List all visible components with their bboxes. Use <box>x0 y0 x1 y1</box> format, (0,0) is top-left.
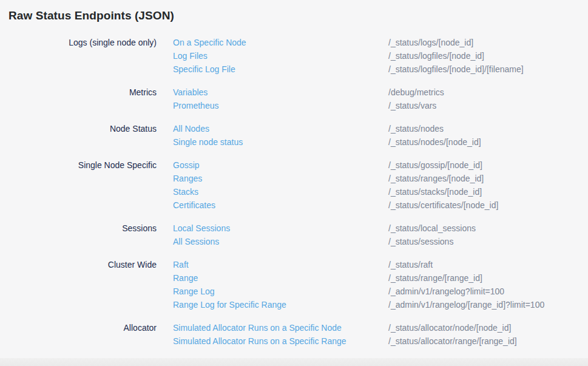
endpoint-path: /_status/vars <box>388 99 588 112</box>
endpoint-section: MetricsVariables/debug/metricsPrometheus… <box>0 86 588 112</box>
endpoint-row: On a Specific Node/_status/logs/[node_id… <box>173 36 588 49</box>
endpoint-row: Log Files/_status/logfiles/[node_id] <box>173 49 588 63</box>
section-rows: Local Sessions/_status/local_sessionsAll… <box>173 222 588 248</box>
endpoint-row: Stacks/_status/stacks/[node_id] <box>173 185 588 198</box>
endpoint-link[interactable]: Specific Log File <box>173 63 388 76</box>
endpoint-path: /_status/certificates/[node_id] <box>388 198 588 212</box>
endpoint-row: Range Log for Specific Range/_admin/v1/r… <box>173 298 588 311</box>
endpoint-row: Single node status/_status/nodes/[node_i… <box>173 135 588 149</box>
category-label: Cluster Wide <box>0 258 173 311</box>
endpoint-path: /_status/local_sessions <box>388 222 588 235</box>
endpoint-row: All Nodes/_status/nodes <box>173 122 588 135</box>
endpoint-path: /_status/gossip/[node_id] <box>388 158 588 172</box>
endpoint-link[interactable]: Simulated Allocator Runs on a Specific R… <box>173 334 388 348</box>
endpoint-path: /_status/raft <box>388 258 588 271</box>
endpoint-path: /_status/logs/[node_id] <box>388 36 588 49</box>
endpoint-row: Gossip/_status/gossip/[node_id] <box>173 158 588 172</box>
endpoint-link[interactable]: Gossip <box>173 158 388 172</box>
section-rows: All Nodes/_status/nodesSingle node statu… <box>173 122 588 149</box>
endpoint-link[interactable]: Stacks <box>173 185 388 198</box>
endpoint-link[interactable]: Ranges <box>173 172 388 185</box>
endpoint-path: /_status/ranges/[node_id] <box>388 172 588 185</box>
endpoint-row: Local Sessions/_status/local_sessions <box>173 222 588 235</box>
endpoint-section: Single Node SpecificGossip/_status/gossi… <box>0 158 588 212</box>
endpoint-row: All Sessions/_status/sessions <box>173 235 588 248</box>
endpoint-path: /_status/stacks/[node_id] <box>388 185 588 198</box>
section-rows: Gossip/_status/gossip/[node_id]Ranges/_s… <box>173 158 588 212</box>
endpoint-row: Specific Log File/_status/logfiles/[node… <box>173 63 588 76</box>
endpoint-path: /_status/allocator/range/[range_id] <box>388 334 588 348</box>
endpoint-path: /debug/metrics <box>388 86 588 99</box>
category-label: Sessions <box>0 222 173 248</box>
endpoint-path: /_status/logfiles/[node_id] <box>388 49 588 63</box>
category-label: Single Node Specific <box>0 158 173 212</box>
endpoint-row: Ranges/_status/ranges/[node_id] <box>173 172 588 185</box>
endpoint-link[interactable]: Variables <box>173 86 388 99</box>
endpoint-row: Range/_status/range/[range_id] <box>173 271 588 285</box>
endpoint-row: Range Log/_admin/v1/rangelog?limit=100 <box>173 285 588 298</box>
endpoint-link[interactable]: Local Sessions <box>173 222 388 235</box>
endpoint-row: Raft/_status/raft <box>173 258 588 271</box>
endpoint-link[interactable]: On a Specific Node <box>173 36 388 49</box>
category-label: Logs (single node only) <box>0 36 173 76</box>
section-rows: On a Specific Node/_status/logs/[node_id… <box>173 36 588 76</box>
endpoint-path: /_admin/v1/rangelog?limit=100 <box>388 285 588 298</box>
endpoint-path: /_status/allocator/node/[node_id] <box>388 321 588 334</box>
endpoint-section: Node StatusAll Nodes/_status/nodesSingle… <box>0 122 588 149</box>
endpoint-link[interactable]: Log Files <box>173 49 388 63</box>
endpoint-link[interactable]: Single node status <box>173 135 388 149</box>
endpoint-row: Variables/debug/metrics <box>173 86 588 99</box>
section-rows: Raft/_status/raftRange/_status/range/[ra… <box>173 258 588 311</box>
section-rows: Variables/debug/metricsPrometheus/_statu… <box>173 86 588 112</box>
endpoint-link[interactable]: Range <box>173 271 388 285</box>
endpoint-link[interactable]: Raft <box>173 258 388 271</box>
endpoint-row: Certificates/_status/certificates/[node_… <box>173 198 588 212</box>
endpoint-section: Cluster WideRaft/_status/raftRange/_stat… <box>0 258 588 311</box>
endpoint-link[interactable]: Certificates <box>173 198 388 212</box>
endpoint-section: SessionsLocal Sessions/_status/local_ses… <box>0 222 588 248</box>
endpoint-section: Logs (single node only)On a Specific Nod… <box>0 36 588 76</box>
endpoints-list: Logs (single node only)On a Specific Nod… <box>0 36 588 348</box>
endpoint-path: /_admin/v1/rangelog/[range_id]?limit=100 <box>388 298 588 311</box>
category-label: Allocator <box>0 321 173 348</box>
endpoint-link[interactable]: All Nodes <box>173 122 388 135</box>
endpoint-link[interactable]: Range Log <box>173 285 388 298</box>
page-title: Raw Status Endpoints (JSON) <box>0 0 588 24</box>
category-label: Metrics <box>0 86 173 112</box>
endpoint-row: Simulated Allocator Runs on a Specific N… <box>173 321 588 334</box>
endpoint-link[interactable]: Range Log for Specific Range <box>173 298 388 311</box>
endpoint-path: /_status/logfiles/[node_id]/[filename] <box>388 63 588 76</box>
endpoint-row: Prometheus/_status/vars <box>173 99 588 112</box>
endpoint-path: /_status/nodes <box>388 122 588 135</box>
endpoint-row: Simulated Allocator Runs on a Specific R… <box>173 334 588 348</box>
endpoint-link[interactable]: All Sessions <box>173 235 388 248</box>
endpoint-link[interactable]: Prometheus <box>173 99 388 112</box>
endpoint-link[interactable]: Simulated Allocator Runs on a Specific N… <box>173 321 388 334</box>
endpoint-path: /_status/nodes/[node_id] <box>388 135 588 149</box>
endpoint-path: /_status/range/[range_id] <box>388 271 588 285</box>
section-rows: Simulated Allocator Runs on a Specific N… <box>173 321 588 348</box>
footer-strip <box>0 358 588 366</box>
category-label: Node Status <box>0 122 173 149</box>
endpoint-section: AllocatorSimulated Allocator Runs on a S… <box>0 321 588 348</box>
endpoint-path: /_status/sessions <box>388 235 588 248</box>
